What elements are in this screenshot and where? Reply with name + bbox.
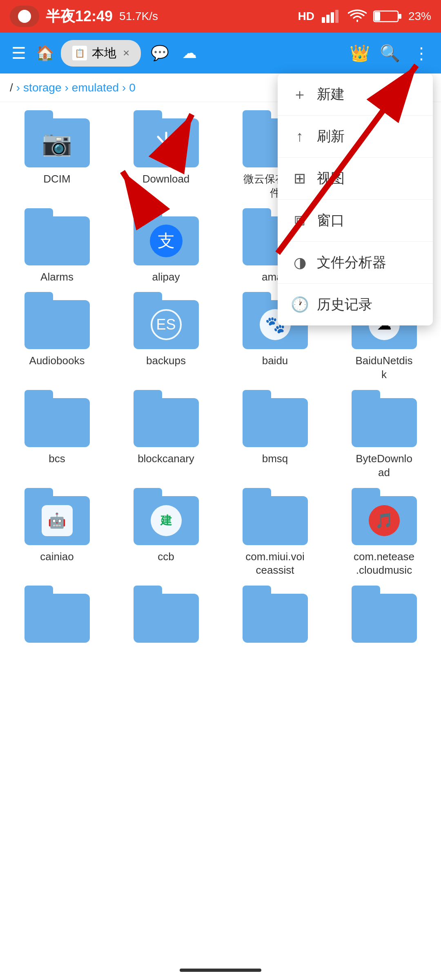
menu-label-window: 窗口 <box>317 211 345 230</box>
folder-commiuivoice <box>243 488 308 545</box>
file-item-bytedownload[interactable]: ByteDownload <box>334 390 434 480</box>
window-icon: ⧉ <box>291 212 309 229</box>
menu-item-window[interactable]: ⧉ 窗口 <box>278 200 433 242</box>
search-icon[interactable]: 🔍 <box>376 40 403 66</box>
breadcrumb-0[interactable]: 0 <box>129 81 136 94</box>
file-label-bcs: bcs <box>49 452 65 466</box>
svg-rect-5 <box>399 14 401 19</box>
hd-badge: HD <box>298 10 314 23</box>
tab-close-icon[interactable]: × <box>123 47 129 60</box>
folder-ccb: 建 <box>134 488 199 545</box>
file-item-bmsq[interactable]: bmsq <box>225 390 325 480</box>
menu-label-new: 新建 <box>317 85 345 104</box>
folder-comnetease: 🎵 <box>352 488 417 545</box>
menu-hamburger-icon[interactable]: ☰ <box>8 40 29 66</box>
file-label-baidu: baidu <box>262 354 288 368</box>
svg-rect-6 <box>374 12 380 21</box>
cloudmusic-logo: 🎵 <box>369 505 400 536</box>
menu-label-history: 历史记录 <box>317 295 372 314</box>
home-icon[interactable]: 🏠 <box>36 45 54 62</box>
breadcrumb-sep2: › <box>65 81 69 94</box>
menu-item-history[interactable]: 🕐 历史记录 <box>278 284 433 325</box>
menu-item-view[interactable]: ⊞ 视图 <box>278 158 433 200</box>
new-icon: ＋ <box>291 85 309 103</box>
file-label-bmsq: bmsq <box>262 452 288 466</box>
file-label-blockcanary: blockcanary <box>138 452 194 466</box>
tab-icon: 📋 <box>72 46 87 60</box>
file-item-alipay[interactable]: 支 alipay <box>116 208 216 284</box>
crown-icon[interactable]: 👑 <box>350 44 370 63</box>
file-label-alipay: alipay <box>152 270 180 284</box>
svg-rect-1 <box>326 15 330 23</box>
folder-backups: ES <box>134 292 199 349</box>
breadcrumb-storage[interactable]: storage <box>23 81 61 94</box>
svg-rect-3 <box>335 10 339 23</box>
mic-button[interactable] <box>10 6 39 27</box>
status-time: 半夜12:49 <box>46 7 113 27</box>
file-item-cainiao[interactable]: 🤖 cainiao <box>7 488 107 578</box>
home-indicator <box>180 969 261 972</box>
signal-icon <box>321 9 341 24</box>
analyzer-icon: ◑ <box>291 254 309 272</box>
more-options-icon[interactable]: ⋮ <box>410 40 433 66</box>
file-item-ccb[interactable]: 建 ccb <box>116 488 216 578</box>
menu-item-new[interactable]: ＋ 新建 <box>278 74 433 116</box>
alipay-logo: 支 <box>150 225 183 257</box>
folder-blockcanary <box>134 390 199 447</box>
folder-alarms <box>24 208 90 265</box>
svg-rect-2 <box>331 12 334 23</box>
file-label-bytedownload: ByteDownload <box>356 452 412 480</box>
file-item-alarms[interactable]: Alarms <box>7 208 107 284</box>
ccb-logo: 建 <box>151 505 182 536</box>
folder-audiobooks <box>24 292 90 349</box>
folder-extra2 <box>134 586 199 643</box>
nav-bar: ☰ 🏠 📋 本地 × 💬 ☁ 👑 🔍 ⋮ <box>0 33 441 74</box>
battery-percent: 23% <box>408 10 431 23</box>
file-label-audiobooks: Audiobooks <box>29 354 85 368</box>
folder-download <box>134 110 199 167</box>
file-label-comnetease: com.netease.cloudmusic <box>354 550 414 578</box>
file-item-dcim[interactable]: 📷 DCIM <box>7 110 107 200</box>
breadcrumb-sep3: › <box>122 81 126 94</box>
menu-item-analyzer[interactable]: ◑ 文件分析器 <box>278 242 433 284</box>
file-item-commiuivoice[interactable]: com.miui.voiceassist <box>225 488 325 578</box>
context-menu: ＋ 新建 ↑ 刷新 ⊞ 视图 ⧉ 窗口 ◑ 文件分析器 🕐 历史记录 <box>278 74 433 325</box>
file-item-comnetease[interactable]: 🎵 com.netease.cloudmusic <box>334 488 434 578</box>
view-icon: ⊞ <box>291 169 309 187</box>
tab-label: 本地 <box>92 45 116 62</box>
file-item-extra1[interactable] <box>7 586 107 648</box>
file-item-extra4[interactable] <box>334 586 434 648</box>
folder-dcim: 📷 <box>24 110 90 167</box>
tab-add-icon[interactable]: 💬 <box>147 41 172 65</box>
folder-extra3 <box>243 586 308 643</box>
battery-icon <box>373 9 402 23</box>
breadcrumb-emulated[interactable]: emulated <box>72 81 119 94</box>
status-speed: 51.7K/s <box>119 10 158 23</box>
file-label-cainiao: cainiao <box>40 550 74 564</box>
wifi-icon <box>348 9 367 24</box>
breadcrumb-sep1: › <box>16 81 20 94</box>
menu-item-refresh[interactable]: ↑ 刷新 <box>278 116 433 158</box>
file-item-download[interactable]: Download <box>116 110 216 200</box>
file-label-alarms: Alarms <box>40 270 74 284</box>
file-item-bcs[interactable]: bcs <box>7 390 107 480</box>
folder-extra4 <box>352 586 417 643</box>
file-item-blockcanary[interactable]: blockcanary <box>116 390 216 480</box>
file-item-backups[interactable]: ES backups <box>116 292 216 382</box>
file-item-extra2[interactable] <box>116 586 216 648</box>
file-label-commiuivoice: com.miui.voiceassist <box>245 550 304 578</box>
backups-logo: ES <box>151 309 182 340</box>
file-label-backups: backups <box>146 354 186 368</box>
cloud-icon[interactable]: ☁ <box>179 41 200 65</box>
nav-tab-local[interactable]: 📋 本地 × <box>61 40 141 67</box>
file-label-download: Download <box>143 172 190 186</box>
breadcrumb-root[interactable]: / <box>10 81 13 94</box>
menu-label-analyzer: 文件分析器 <box>317 253 386 272</box>
refresh-icon: ↑ <box>291 127 309 145</box>
folder-bytedownload <box>352 390 417 447</box>
file-item-extra3[interactable] <box>225 586 325 648</box>
menu-label-refresh: 刷新 <box>317 127 345 146</box>
cainiao-logo: 🤖 <box>42 505 73 536</box>
status-bar: 半夜12:49 51.7K/s HD 23% <box>0 0 441 33</box>
file-item-audiobooks[interactable]: Audiobooks <box>7 292 107 382</box>
